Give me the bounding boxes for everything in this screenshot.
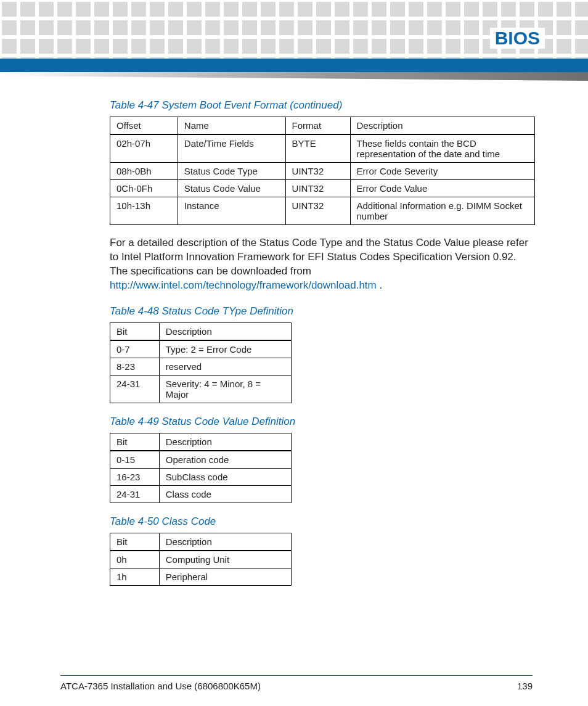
table-header-row: Bit Description: [110, 533, 292, 551]
table-50-caption: Table 4-50 Class Code: [110, 515, 529, 528]
cell-offset: 0Ch-0Fh: [110, 180, 178, 197]
table-48-caption: Table 4-48 Status Code TYpe Definition: [110, 305, 529, 318]
col-description: Description: [159, 533, 291, 551]
header-gradient-divider: [0, 72, 588, 81]
cell-description: Additional Information e.g. DIMM Socket …: [350, 197, 535, 225]
cell-offset: 08h-0Bh: [110, 163, 178, 180]
cell-description: Severity: 4 = Minor, 8 = Major: [159, 375, 291, 403]
cell-format: BYTE: [285, 134, 350, 163]
paragraph-text-end: .: [380, 279, 383, 291]
cell-bit: 1h: [110, 568, 160, 585]
cell-name: Status Code Type: [178, 163, 285, 180]
cell-bit: 8-23: [110, 358, 160, 375]
table-50: Bit Description 0h Computing Unit 1h Per…: [110, 533, 292, 586]
table-49-caption: Table 4-49 Status Code Value Definition: [110, 416, 529, 428]
cell-name: Date/Time Fields: [178, 134, 285, 163]
col-bit: Bit: [110, 322, 160, 340]
col-description: Description: [159, 433, 291, 451]
download-link[interactable]: http://www.intel.com/technology/framewor…: [110, 279, 377, 291]
col-bit: Bit: [110, 533, 160, 551]
cell-description: Operation code: [159, 451, 291, 469]
cell-description: Class code: [159, 485, 291, 503]
col-description: Description: [159, 322, 291, 340]
table-48: Bit Description 0-7 Type: 2 = Error Code…: [110, 322, 292, 403]
cell-bit: 0-15: [110, 451, 160, 469]
table-row: 08h-0Bh Status Code Type UINT32 Error Co…: [110, 163, 535, 180]
cell-offset: 02h-07h: [110, 134, 178, 163]
page-footer: ATCA-7365 Installation and Use (6806800K…: [60, 675, 533, 691]
cell-description: Peripheral: [159, 568, 291, 585]
col-bit: Bit: [110, 433, 160, 451]
cell-name: Instance: [178, 197, 285, 225]
table-47-caption: Table 4-47 System Boot Event Format (con…: [110, 99, 529, 112]
table-row: 1h Peripheral: [110, 568, 292, 585]
table-row: 0-15 Operation code: [110, 451, 292, 469]
cell-bit: 0-7: [110, 340, 160, 358]
cell-name: Status Code Value: [178, 180, 285, 197]
table-row: 10h-13h Instance UINT32 Additional Infor…: [110, 197, 535, 225]
table-header-row: Offset Name Format Description: [110, 117, 535, 135]
table-row: 16-23 SubClass code: [110, 468, 292, 485]
header-pattern: BIOS: [0, 0, 588, 59]
footer-page-number: 139: [517, 681, 533, 691]
description-paragraph: For a detailed description of the Status…: [110, 236, 529, 293]
cell-bit: 16-23: [110, 468, 160, 485]
col-format: Format: [285, 117, 350, 135]
page-header-title: BIOS: [490, 28, 545, 49]
cell-description: reserved: [159, 358, 291, 375]
table-row: 8-23 reserved: [110, 358, 292, 375]
cell-description: Error Code Severity: [350, 163, 535, 180]
table-47: Offset Name Format Description 02h-07h D…: [110, 117, 535, 225]
content-area: Table 4-47 System Boot Event Format (con…: [0, 99, 588, 586]
cell-description: Type: 2 = Error Code: [159, 340, 291, 358]
cell-bit: 0h: [110, 551, 160, 568]
table-row: 0-7 Type: 2 = Error Code: [110, 340, 292, 358]
table-row: 0h Computing Unit: [110, 551, 292, 568]
cell-bit: 24-31: [110, 485, 160, 503]
cell-bit: 24-31: [110, 375, 160, 403]
footer-doc-title: ATCA-7365 Installation and Use (6806800K…: [60, 681, 261, 691]
cell-format: UINT32: [285, 163, 350, 180]
cell-description: These fields contain the BCD representat…: [350, 134, 535, 163]
col-name: Name: [178, 117, 285, 135]
table-header-row: Bit Description: [110, 433, 292, 451]
table-row: 24-31 Class code: [110, 485, 292, 503]
cell-description: Error Code Value: [350, 180, 535, 197]
cell-description: SubClass code: [159, 468, 291, 485]
cell-description: Computing Unit: [159, 551, 291, 568]
cell-format: UINT32: [285, 197, 350, 225]
cell-offset: 10h-13h: [110, 197, 178, 225]
cell-format: UINT32: [285, 180, 350, 197]
table-row: 0Ch-0Fh Status Code Value UINT32 Error C…: [110, 180, 535, 197]
col-offset: Offset: [110, 117, 178, 135]
table-49: Bit Description 0-15 Operation code 16-2…: [110, 433, 292, 503]
col-description: Description: [350, 117, 535, 135]
page: BIOS Table 4-47 System Boot Event Format…: [0, 0, 588, 706]
table-row: 02h-07h Date/Time Fields BYTE These fiel…: [110, 134, 535, 163]
header-blue-bar: [0, 59, 588, 72]
paragraph-text: For a detailed description of the Status…: [110, 237, 528, 277]
table-header-row: Bit Description: [110, 322, 292, 340]
table-row: 24-31 Severity: 4 = Minor, 8 = Major: [110, 375, 292, 403]
